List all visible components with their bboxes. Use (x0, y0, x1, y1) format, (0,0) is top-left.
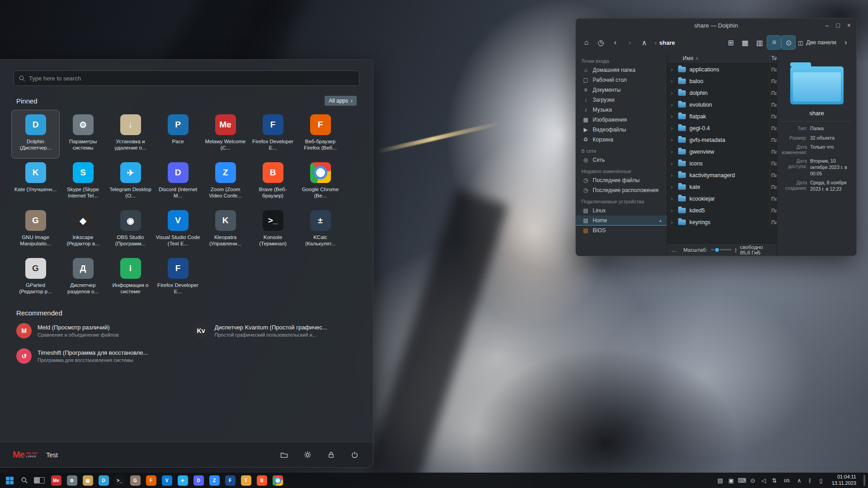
place-item[interactable]: ♪ Музыка (576, 105, 667, 115)
column-header-name[interactable]: Имя (683, 55, 693, 61)
place-item[interactable]: ▤ Home ▲ (576, 216, 667, 225)
expand-chevron-icon[interactable]: › (671, 149, 678, 155)
search-input[interactable] (29, 75, 354, 82)
file-row[interactable]: › icons Папка (667, 158, 777, 169)
file-manager-button[interactable] (278, 449, 290, 461)
app-skype[interactable]: S Skype (Skype Internet Tel... (59, 158, 107, 206)
app-obs-studio[interactable]: ◉ OBS Studio (Программ... (107, 206, 154, 254)
app-system-settings[interactable]: ⚙ Параметры системы (59, 110, 107, 158)
taskbar-vscode[interactable]: V (160, 474, 174, 487)
app-firefox-developer-2[interactable]: F Firefox Developer E... (154, 254, 202, 302)
rec-kvantum[interactable]: Kv Диспетчер Kvantum (Простой графичес..… (193, 323, 357, 338)
expand-chevron-icon[interactable]: › (671, 90, 678, 96)
new-tab-button[interactable]: ⊞ (724, 36, 737, 49)
file-row[interactable]: › evolution Папка (667, 99, 777, 111)
expand-tray-icon[interactable]: ∧ (794, 474, 805, 486)
all-apps-button[interactable]: All apps › (325, 96, 357, 106)
view-icons-button[interactable]: ▦ (738, 36, 752, 49)
network-icon[interactable]: ⇅ (769, 474, 780, 486)
place-item[interactable]: ◎ Сеть (576, 155, 667, 165)
app-konsole[interactable]: >_ Konsole (Терминал) (249, 206, 297, 254)
expand-chevron-icon[interactable]: › (671, 196, 678, 202)
view-details-button[interactable]: ≡ (767, 36, 781, 49)
app-dolphin[interactable]: D Dolphin (Диспетчер... (12, 110, 59, 158)
power-button[interactable] (349, 449, 360, 461)
volume-icon[interactable]: ◁ (758, 474, 769, 486)
start-button[interactable] (3, 474, 16, 487)
location-icon[interactable]: ⊙ (747, 474, 758, 486)
app-discord[interactable]: D Discord (Internet M... (154, 158, 202, 206)
indexer-icon[interactable]: ▤ (715, 474, 726, 486)
file-row[interactable]: › kate Папка (667, 181, 777, 193)
taskbar-dolphin[interactable]: D (97, 474, 110, 487)
eject-icon[interactable]: ▲ (659, 219, 662, 223)
app-inkscape[interactable]: ◆ Inkscape (Редактор в... (59, 206, 107, 254)
breadcrumb-folder[interactable]: share (659, 39, 675, 46)
launcher-search[interactable] (14, 70, 359, 86)
taskbar-chrome[interactable] (271, 474, 284, 487)
file-row[interactable]: › kactivitymanagerd Папка (667, 169, 777, 181)
minimize-button[interactable]: – (826, 22, 829, 28)
file-row[interactable]: › gegl-0.4 Папка (667, 122, 777, 134)
file-row[interactable]: › keyrings Папка (667, 216, 777, 228)
app-vscode[interactable]: V Visual Studio Code (Text E... (154, 206, 202, 254)
place-item[interactable]: ▤ BIOS (576, 225, 667, 235)
file-row[interactable]: › dolphin Папка (667, 87, 777, 99)
expand-chevron-icon[interactable]: › (671, 78, 678, 84)
app-brave[interactable]: B Brave (Веб-браузер) (249, 158, 297, 206)
place-item[interactable]: ⌂ Домашняя папка (576, 65, 667, 75)
forward-button[interactable]: › (623, 36, 637, 49)
expand-chevron-icon[interactable]: › (671, 184, 678, 190)
rec-meld[interactable]: M Meld (Просмотр различий) Сравнение и о… (16, 323, 180, 338)
taskbar-gimp[interactable]: G (128, 474, 142, 487)
two-panels-button[interactable]: ◫ Две панели (796, 36, 838, 49)
file-row[interactable]: › applications Папка (667, 64, 777, 75)
keyboard-icon[interactable]: ⌨ (736, 474, 747, 486)
toolbar-overflow-button[interactable]: › (839, 36, 853, 49)
expand-chevron-icon[interactable]: › (671, 160, 678, 167)
taskbar-melawy[interactable]: Me (49, 474, 63, 487)
breadcrumb[interactable]: › share (655, 39, 675, 46)
bluetooth-icon[interactable]: ᛒ (805, 474, 816, 486)
place-item[interactable]: ≡ Документы (576, 85, 667, 95)
place-item[interactable]: ↓ Загрузки (576, 95, 667, 105)
place-item[interactable]: ▤ Linux (576, 206, 667, 216)
expand-chevron-icon[interactable]: › (671, 125, 678, 131)
history-button[interactable]: ◷ (594, 36, 608, 49)
app-melawy-welcome[interactable]: Me Melawy Welcome (C... (202, 110, 249, 158)
expand-chevron-icon[interactable]: › (671, 219, 678, 225)
titlebar[interactable]: share — Dolphin – □ × (576, 19, 856, 32)
file-row[interactable]: › kcookiejar Папка (667, 193, 777, 205)
taskbar-telegram[interactable]: ✈ (176, 474, 189, 487)
show-desktop-edge[interactable] (863, 475, 865, 486)
clock[interactable]: 01:04:11 13.11.2023 (828, 474, 860, 487)
file-row[interactable]: › gwenview Папка (667, 146, 777, 158)
place-item[interactable]: ◷ Последние файлы (576, 175, 667, 185)
expand-chevron-icon[interactable]: › (671, 172, 678, 178)
taskbar-zoom[interactable]: Z (208, 474, 221, 487)
back-button[interactable]: ‹ (609, 36, 622, 49)
clipboard-icon[interactable]: ▣ (726, 474, 736, 486)
app-telegram[interactable]: ✈ Telegram Desktop (О... (107, 158, 154, 206)
place-item[interactable]: ♻ Корзина (576, 135, 667, 145)
app-firefox[interactable]: F Веб-браузер Firefox (Веб... (297, 110, 344, 158)
column-header-type[interactable]: Тип (769, 55, 777, 61)
up-button[interactable]: ∧ (637, 36, 651, 49)
file-row[interactable]: › kded5 Папка (667, 205, 777, 216)
expand-chevron-icon[interactable]: › (671, 66, 678, 73)
taskbar-search-button[interactable] (18, 474, 31, 487)
app-chrome[interactable]: Google Chrome (Ве... (297, 158, 344, 206)
touchpad-icon[interactable]: ▯ (816, 474, 826, 486)
app-zoom[interactable]: Z Zoom (Zoom Video Confe... (202, 158, 249, 206)
preview-button[interactable]: ⊙ (782, 36, 795, 49)
home-button[interactable]: ⌂ (580, 36, 593, 49)
app-kcalc[interactable]: ± KCalc (Калькулят... (297, 206, 344, 254)
lock-button[interactable] (325, 449, 337, 461)
keyboard-layout[interactable]: us (782, 477, 792, 483)
view-compact-button[interactable]: ▥ (753, 36, 766, 49)
app-install-remove[interactable]: ↓ Установка и удаление п... (107, 110, 154, 158)
place-item[interactable]: ▦ Изображения (576, 115, 667, 125)
virtual-desktop-pager[interactable] (33, 474, 46, 487)
app-system-info[interactable]: i Информация о системе (107, 254, 154, 302)
app-kleopatra[interactable]: K Kleopatra (Управлени... (202, 206, 249, 254)
